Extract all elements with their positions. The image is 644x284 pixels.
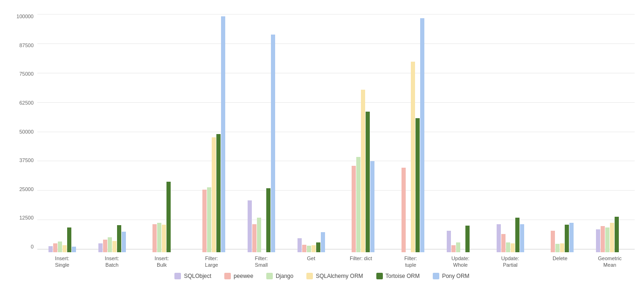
group-label: Filter:tuple <box>404 252 417 272</box>
bars-row <box>187 14 236 252</box>
bar-pony <box>520 224 524 252</box>
y-axis-label: 50000 <box>9 129 34 135</box>
bar-pony <box>221 16 225 252</box>
chart-container: 0125002500037500500006250075000875001000… <box>0 0 644 284</box>
bar-tortoise <box>316 242 320 252</box>
group-label: Delete <box>553 252 568 272</box>
group-label: Filter: dict <box>350 252 372 272</box>
legend-swatch <box>376 273 383 279</box>
bar-tortoise <box>565 225 569 252</box>
bar-django <box>207 187 211 252</box>
bars-row <box>585 14 635 252</box>
bar-sqlalchemy <box>312 245 316 252</box>
y-axis-label: 0 <box>9 244 34 249</box>
group-label: Insert:Batch <box>105 252 119 272</box>
bar-sqlalchemy <box>361 90 365 252</box>
legend-label: Tortoise ORM <box>386 273 420 279</box>
chart-body: Insert:SingleInsert:BatchInsert:BulkFilt… <box>37 14 635 272</box>
bar-django <box>157 223 161 252</box>
group-label: Filter:Large <box>205 252 218 272</box>
bar-peewee <box>252 224 256 252</box>
bar-peewee <box>352 166 356 252</box>
y-axis: 0125002500037500500006250075000875001000… <box>9 14 37 272</box>
group-label: Filter:Small <box>255 252 268 272</box>
bar-peewee <box>451 245 456 252</box>
bar-sqlobject <box>48 246 53 252</box>
bar-tortoise <box>266 188 270 252</box>
bar-pony <box>271 35 275 252</box>
bar-django <box>257 218 261 252</box>
bars-row <box>236 14 286 252</box>
bars-row <box>137 14 187 252</box>
bar-tortoise <box>366 112 370 252</box>
bar-group: Insert:Single <box>37 14 87 272</box>
bar-peewee <box>501 234 506 252</box>
bar-pony <box>569 223 574 252</box>
bar-tortoise <box>67 227 71 252</box>
bar-sqlalchemy <box>212 137 216 252</box>
group-label: Insert:Single <box>55 252 69 272</box>
bar-django <box>307 246 311 252</box>
bar-django <box>506 242 510 252</box>
bar-group: Filter:Small <box>236 14 286 272</box>
bar-django <box>456 242 460 252</box>
legend-item-tortoise: Tortoise ORM <box>376 273 420 279</box>
legend-label: Django <box>276 273 293 279</box>
legend-item-peewee: peewee <box>224 273 253 279</box>
bar-sqlobject <box>298 238 302 252</box>
bars-area: Insert:SingleInsert:BatchInsert:BulkFilt… <box>37 14 635 272</box>
bar-pony <box>122 232 126 252</box>
legend-swatch <box>266 273 273 279</box>
bars-row <box>386 14 436 252</box>
legend: SQLObjectpeeweeDjangoSQLAlchemy ORMTorto… <box>174 273 469 279</box>
legend-item-pony: Pony ORM <box>433 273 470 279</box>
group-label: Update:Partial <box>501 252 519 272</box>
group-label: Get <box>307 252 315 272</box>
y-axis-label: 25000 <box>9 187 34 192</box>
bar-sqlobject <box>596 229 600 252</box>
chart-area: 0125002500037500500006250075000875001000… <box>9 14 635 272</box>
bar-group: Update:Partial <box>485 14 535 272</box>
legend-swatch <box>306 273 313 279</box>
group-label: Update:Whole <box>451 252 470 272</box>
bar-sqlalchemy <box>411 62 415 252</box>
legend-swatch <box>433 273 439 279</box>
bar-tortoise <box>166 182 171 252</box>
bar-tortoise <box>515 218 519 252</box>
bar-django <box>356 157 360 252</box>
bar-sqlobject <box>497 224 501 252</box>
legend-label: SQLAlchemy ORM <box>316 273 363 279</box>
bar-pony <box>72 247 76 252</box>
y-axis-label: 37500 <box>9 158 34 163</box>
bar-tortoise <box>465 226 470 252</box>
bar-sqlobject <box>447 231 451 252</box>
bar-group: Insert:Bulk <box>137 14 187 272</box>
legend-label: SQLObject <box>184 273 211 279</box>
y-axis-label: 100000 <box>9 14 34 19</box>
bar-sqlobject <box>98 243 103 252</box>
legend-label: Pony ORM <box>442 273 470 279</box>
bar-group: Filter:tuple <box>386 14 436 272</box>
y-axis-label: 75000 <box>9 71 34 77</box>
legend-swatch <box>174 273 181 279</box>
bar-peewee <box>601 226 605 252</box>
bar-peewee <box>202 190 207 252</box>
bar-peewee <box>103 240 107 252</box>
y-axis-label: 87500 <box>9 43 34 48</box>
legend-item-sqlalchemy: SQLAlchemy ORM <box>306 273 363 279</box>
legend-item-sqlobject: SQLObject <box>174 273 211 279</box>
bar-tortoise <box>216 134 221 252</box>
bar-sqlalchemy <box>560 243 564 252</box>
bar-peewee <box>551 231 555 252</box>
bar-sqlalchemy <box>511 243 515 252</box>
bar-django <box>605 227 609 252</box>
y-axis-label: 12500 <box>9 215 34 220</box>
bar-peewee <box>152 224 157 252</box>
bars-row <box>485 14 535 252</box>
bar-django <box>108 237 112 252</box>
bar-django <box>58 241 62 252</box>
bar-group: Get <box>286 14 336 272</box>
bar-pony <box>370 161 374 252</box>
bar-pony <box>321 232 325 252</box>
legend-item-django: Django <box>266 273 293 279</box>
